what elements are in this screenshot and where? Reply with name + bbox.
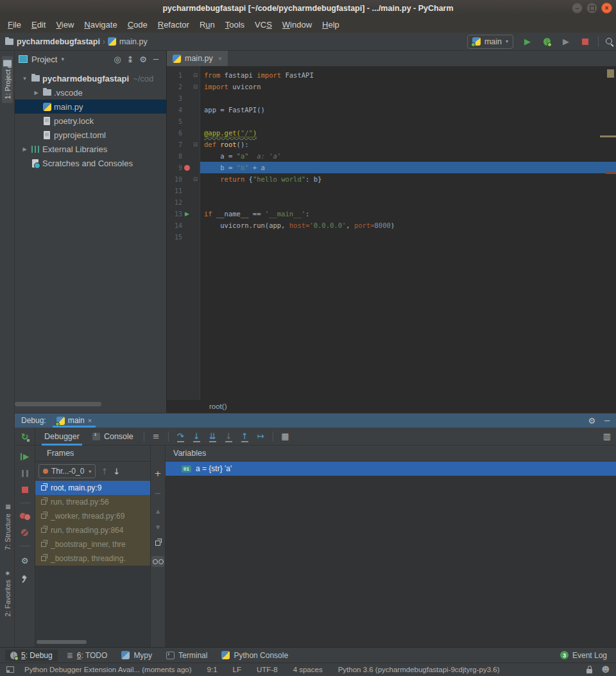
hide-tool-windows-icon[interactable] [6, 666, 14, 673]
event-log-button[interactable]: 3 Event Log [560, 651, 607, 660]
step-out-icon[interactable]: ↑ [237, 429, 253, 444]
status-item-2[interactable]: LF [233, 666, 241, 673]
pause-icon[interactable] [22, 470, 28, 477]
code-line-4[interactable]: app = FastAPI() [200, 104, 616, 116]
pin-icon[interactable] [21, 575, 29, 583]
frame-row[interactable]: run, thread.py:56 [35, 495, 150, 509]
menu-edit[interactable]: Edit [26, 20, 51, 30]
close-session-icon[interactable]: × [88, 417, 92, 424]
code-line-2[interactable]: import uvicorn [200, 81, 616, 92]
tree-item-poetry.lock[interactable]: poetry.lock [15, 114, 166, 128]
minimize-button[interactable]: – [572, 3, 583, 13]
settings-icon[interactable]: ⚙ [137, 55, 150, 64]
code-line-6[interactable]: @app.get("/") [200, 127, 616, 139]
code-line-15[interactable] [200, 231, 616, 243]
code-line-1[interactable]: from fastapi import FastAPI [200, 69, 616, 81]
fold-icon[interactable]: ⊟ [192, 176, 199, 182]
debug-button[interactable] [540, 35, 553, 48]
restore-layout-icon[interactable]: ▥ [603, 431, 611, 441]
stop-icon[interactable] [22, 487, 28, 493]
run-gutter-icon[interactable]: ▶ [185, 211, 189, 217]
menu-window[interactable]: Window [277, 20, 317, 30]
expand-arrow-icon[interactable]: ▼ [20, 76, 30, 82]
force-step-into-icon[interactable]: ⇊ [205, 429, 221, 444]
step-into-my-code-icon[interactable]: ↓ [221, 429, 237, 444]
mute-breakpoints-icon[interactable] [21, 529, 28, 536]
tree-item-main.py[interactable]: main.py [15, 100, 166, 114]
code-line-13[interactable]: if __name__ == '__main__': [200, 208, 616, 220]
expand-arrow-icon[interactable]: ▶ [20, 146, 30, 152]
resume-icon[interactable]: ▶ [21, 453, 29, 460]
code-line-9[interactable]: b = "b" + a [200, 162, 616, 173]
show-watches-icon[interactable] [151, 556, 164, 567]
menu-vcs[interactable]: VCS [250, 20, 277, 30]
menu-code[interactable]: Code [123, 20, 153, 30]
status-item-3[interactable]: UTF-8 [257, 666, 278, 673]
stop-button[interactable] [579, 35, 592, 48]
settings-icon[interactable]: ⚙ [588, 416, 596, 426]
menu-view[interactable]: View [51, 20, 79, 30]
menu-help[interactable]: Help [317, 20, 345, 30]
tree-item-pycharmdebugfastapi[interactable]: ▼ pycharmdebugfastapi ~/cod [15, 71, 166, 85]
tab-main-py[interactable]: main.py × [167, 51, 228, 66]
frame-row[interactable]: root, main.py:9 [35, 481, 150, 495]
maximize-button[interactable] [586, 3, 597, 13]
tree-item-.vscode[interactable]: ▶ .vscode [15, 85, 166, 100]
stripe-tab--project[interactable]: 1: Project [2, 56, 13, 103]
menu-navigate[interactable]: Navigate [79, 20, 122, 30]
debug-session-tab-main[interactable]: main × [53, 413, 96, 428]
search-button[interactable] [598, 35, 611, 48]
menu-run[interactable]: Run [194, 20, 220, 30]
code-line-14[interactable]: uvicorn.run(app, host='0.0.0.0', port=80… [200, 220, 616, 231]
show-threads-icon[interactable]: ≡ [148, 429, 164, 444]
code-line-8[interactable]: a = "a" a: 'a' [200, 150, 616, 162]
frame-row[interactable]: _bootstrap_inner, thre [35, 537, 150, 551]
status-item-0[interactable]: Python Debugger Extension Avail... (mome… [24, 666, 192, 673]
run-button[interactable]: ▶ [521, 35, 534, 48]
frame-row[interactable]: _bootstrap, threading. [35, 551, 150, 566]
breadcrumb-root[interactable]: root() [209, 403, 227, 410]
breadcrumb-main.py[interactable]: main.py [108, 37, 148, 46]
frame-row[interactable]: _worker, thread.py:69 [35, 509, 150, 523]
close-button[interactable]: × [601, 3, 612, 13]
move-up-icon[interactable]: ▲ [156, 508, 160, 514]
toolwindow-button-mypy[interactable]: Mypy [116, 650, 157, 661]
step-into-icon[interactable]: ↓ [189, 429, 205, 444]
previous-frame-icon[interactable]: ↑ [101, 467, 108, 476]
run-to-cursor-icon[interactable]: ↦ [253, 429, 269, 444]
evaluate-expression-icon[interactable]: ▦ [277, 429, 293, 444]
project-view-select[interactable]: Project ▾ [19, 55, 64, 64]
tree-item-pyproject.toml[interactable]: pyproject.toml [15, 128, 166, 142]
status-item-4[interactable]: 4 spaces [293, 666, 323, 673]
stripe-tab--structure[interactable]: 7: Structure▦ [4, 504, 12, 550]
next-frame-icon[interactable]: ↓ [113, 467, 120, 476]
move-down-icon[interactable]: ▼ [156, 524, 160, 530]
breakpoint-icon[interactable] [184, 165, 190, 171]
settings-icon[interactable]: ⚙ [19, 556, 31, 566]
fold-icon[interactable]: ⊟ [192, 72, 199, 78]
horizontal-scrollbar[interactable] [15, 402, 101, 406]
toolwindow-button-python-console[interactable]: Python Console [216, 650, 293, 661]
coverage-button[interactable]: ▶ [560, 35, 572, 48]
duplicate-icon[interactable] [155, 541, 160, 546]
breadcrumb-pycharmdebugfastapi[interactable]: pycharmdebugfastapi [5, 37, 100, 46]
status-item-5[interactable]: Python 3.6 (pycharmdebugfastapi-9cdjtyrg… [338, 666, 500, 673]
hide-panel-icon[interactable]: ─ [150, 55, 162, 64]
tree-item-external-libraries[interactable]: ▶ External Libraries [15, 142, 166, 156]
lock-icon[interactable] [586, 669, 592, 673]
code-line-3[interactable] [200, 92, 616, 104]
toolwindow-button-6-todo[interactable]: ≣6: TODO [62, 650, 113, 661]
stripe-tab--favorites[interactable]: 2: Favorites★ [4, 569, 12, 616]
rerun-icon[interactable]: ↻ [21, 431, 29, 442]
frame-row[interactable]: run, threading.py:864 [35, 523, 150, 537]
fold-icon[interactable]: ⊟ [192, 141, 199, 148]
close-tab-icon[interactable]: × [218, 55, 222, 62]
toolwindow-button-5-debug[interactable]: 5: Debug [5, 650, 58, 661]
fold-icon[interactable]: ⊟ [192, 83, 199, 90]
horizontal-scrollbar[interactable] [37, 640, 87, 644]
thread-select[interactable]: Thr...-0_0 ▾ [38, 464, 96, 478]
remove-watch-icon[interactable]: − [155, 489, 162, 498]
debug-tab-debugger[interactable]: Debugger [38, 428, 86, 446]
collapse-all-icon[interactable]: ↨ [124, 55, 137, 64]
hide-panel-icon[interactable]: ─ [604, 416, 610, 426]
